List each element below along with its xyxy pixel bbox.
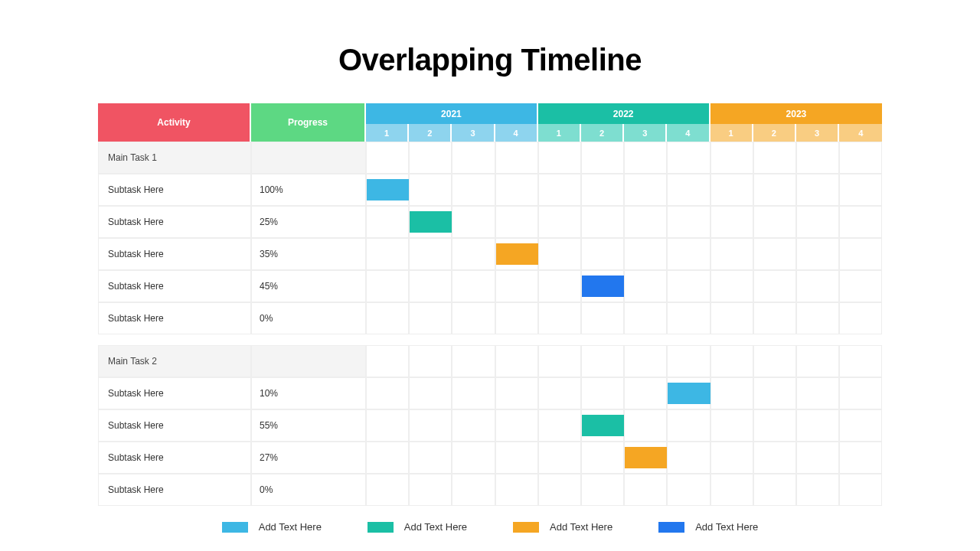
task-label: Subtask Here bbox=[98, 270, 251, 302]
task-progress: 0% bbox=[251, 474, 366, 506]
header-quarter: 3 bbox=[796, 124, 839, 142]
timeline-cell bbox=[538, 174, 581, 206]
task-row: Subtask Here55% bbox=[98, 409, 882, 442]
timeline-cell bbox=[624, 302, 667, 334]
timeline-cell bbox=[710, 474, 753, 506]
timeline-cell bbox=[366, 270, 409, 302]
timeline-cell bbox=[624, 238, 667, 270]
timeline-cell bbox=[581, 377, 624, 409]
timeline-cell bbox=[839, 442, 882, 474]
group-progress bbox=[251, 345, 366, 377]
timeline-cell bbox=[495, 474, 538, 506]
timeline-cell bbox=[624, 409, 667, 442]
task-progress: 25% bbox=[251, 206, 366, 238]
legend-swatch bbox=[222, 522, 248, 533]
timeline-cell bbox=[753, 442, 796, 474]
header-year: 2022 bbox=[538, 103, 710, 124]
timeline-cell bbox=[667, 474, 710, 506]
timeline-cell bbox=[581, 442, 624, 474]
timeline-cell bbox=[538, 238, 581, 270]
timeline-cell bbox=[667, 442, 710, 474]
legend-swatch bbox=[513, 522, 539, 533]
group-cell bbox=[495, 345, 538, 377]
timeline-cell bbox=[796, 206, 839, 238]
group-cell bbox=[624, 345, 667, 377]
task-row: Subtask Here0% bbox=[98, 474, 882, 506]
legend-item: Add Text Here bbox=[222, 521, 322, 533]
group-cell bbox=[366, 345, 409, 377]
task-row: Subtask Here27% bbox=[98, 442, 882, 474]
timeline-cell bbox=[753, 270, 796, 302]
header-quarter: 2 bbox=[409, 124, 452, 142]
task-progress: 45% bbox=[251, 270, 366, 302]
timeline-cell bbox=[452, 302, 495, 334]
header-quarter: 4 bbox=[667, 124, 710, 142]
timeline-cell bbox=[753, 377, 796, 409]
timeline-cell bbox=[667, 377, 710, 409]
timeline-cell bbox=[409, 270, 452, 302]
header-quarter: 1 bbox=[366, 124, 409, 142]
timeline-cell bbox=[538, 302, 581, 334]
timeline-cell bbox=[839, 377, 882, 409]
legend-swatch bbox=[658, 522, 684, 533]
header-quarter: 3 bbox=[452, 124, 495, 142]
task-row: Subtask Here0% bbox=[98, 302, 882, 334]
header-quarter: 4 bbox=[839, 124, 882, 142]
group-cell bbox=[581, 142, 624, 174]
group-cell bbox=[667, 345, 710, 377]
group-cell bbox=[753, 142, 796, 174]
group-row: Main Task 2 bbox=[98, 345, 882, 377]
group-label: Main Task 1 bbox=[98, 142, 251, 174]
header-year: 2023 bbox=[710, 103, 883, 124]
timeline-cell bbox=[667, 238, 710, 270]
timeline-cell bbox=[581, 302, 624, 334]
legend-item: Add Text Here bbox=[513, 521, 612, 533]
legend-item: Add Text Here bbox=[368, 521, 467, 533]
timeline-cell bbox=[581, 238, 624, 270]
page-title: Overlapping Timeline bbox=[0, 43, 980, 77]
timeline-cell bbox=[581, 174, 624, 206]
group-cell bbox=[409, 345, 452, 377]
group-cell bbox=[366, 142, 409, 174]
task-label: Subtask Here bbox=[98, 409, 251, 442]
legend-swatch bbox=[368, 522, 394, 533]
timeline-cell bbox=[796, 409, 839, 442]
group-cell bbox=[452, 142, 495, 174]
task-label: Subtask Here bbox=[98, 174, 251, 206]
timeline-cell bbox=[452, 474, 495, 506]
timeline-cell bbox=[495, 377, 538, 409]
timeline-cell bbox=[667, 302, 710, 334]
header-progress: Progress bbox=[251, 103, 366, 142]
timeline-cell bbox=[409, 206, 452, 238]
timeline-cell bbox=[495, 302, 538, 334]
group-cell bbox=[753, 345, 796, 377]
timeline-cell bbox=[452, 442, 495, 474]
timeline-cell bbox=[710, 302, 753, 334]
task-progress: 0% bbox=[251, 302, 366, 334]
timeline-cell bbox=[796, 302, 839, 334]
task-progress: 100% bbox=[251, 174, 366, 206]
timeline-cell bbox=[753, 474, 796, 506]
timeline-cell bbox=[495, 270, 538, 302]
timeline-cell bbox=[710, 442, 753, 474]
timeline-cell bbox=[538, 409, 581, 442]
group-cell bbox=[839, 345, 882, 377]
timeline-cell bbox=[495, 206, 538, 238]
timeline-cell bbox=[753, 302, 796, 334]
group-cell bbox=[452, 345, 495, 377]
timeline-cell bbox=[409, 238, 452, 270]
timeline-cell bbox=[710, 174, 753, 206]
group-cell bbox=[710, 142, 753, 174]
timeline-cell bbox=[839, 174, 882, 206]
group-cell bbox=[839, 142, 882, 174]
timeline-cell bbox=[409, 474, 452, 506]
header-quarter: 4 bbox=[495, 124, 538, 142]
header-quarter: 1 bbox=[710, 124, 753, 142]
timeline-cell bbox=[839, 206, 882, 238]
timeline-cell bbox=[839, 474, 882, 506]
timeline-cell bbox=[839, 409, 882, 442]
timeline-cell bbox=[581, 474, 624, 506]
timeline-cell bbox=[839, 270, 882, 302]
timeline-cell bbox=[452, 270, 495, 302]
timeline-cell bbox=[624, 270, 667, 302]
